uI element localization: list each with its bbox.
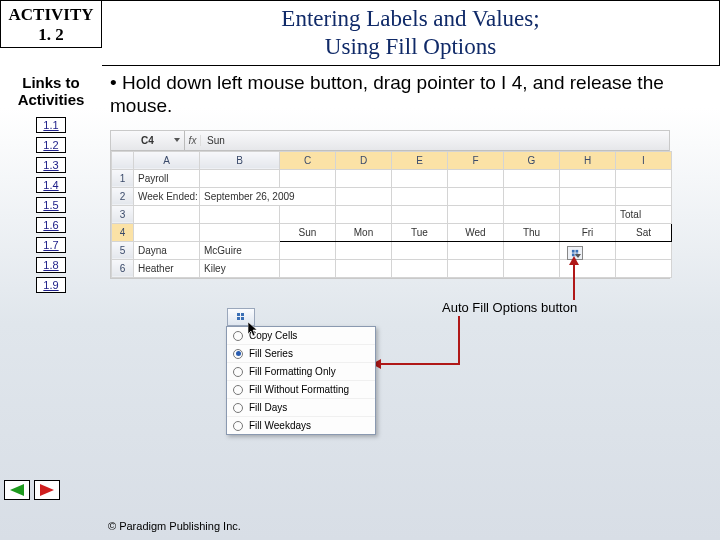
rowhdr-1[interactable]: 1 bbox=[112, 169, 134, 187]
cell-A5[interactable]: Dayna bbox=[134, 241, 200, 259]
menu-label: Fill Formatting Only bbox=[249, 366, 336, 377]
radio-icon bbox=[233, 331, 243, 341]
autofill-menu: Copy Cells Fill Series Fill Formatting O… bbox=[226, 326, 376, 435]
row-6: 6 Heather Kiley bbox=[112, 259, 672, 277]
name-box[interactable]: C4 bbox=[111, 131, 185, 150]
menu-fill-series[interactable]: Fill Series bbox=[227, 344, 375, 362]
cell-C4[interactable]: Sun bbox=[280, 223, 336, 241]
cell-A1[interactable]: Payroll bbox=[134, 169, 200, 187]
cell-D4[interactable]: Mon bbox=[336, 223, 392, 241]
next-slide-button[interactable] bbox=[34, 480, 60, 500]
menu-label: Fill Without Formatting bbox=[249, 384, 349, 395]
cell-I3[interactable]: Total bbox=[616, 205, 672, 223]
rowhdr-5[interactable]: 5 bbox=[112, 241, 134, 259]
prev-slide-button[interactable] bbox=[4, 480, 30, 500]
menu-fill-weekdays[interactable]: Fill Weekdays bbox=[227, 416, 375, 434]
title-line2: Using Fill Options bbox=[102, 33, 719, 61]
arrow-to-menu bbox=[380, 363, 460, 365]
cell-B5[interactable]: McGuire bbox=[200, 241, 280, 259]
col-I[interactable]: I bbox=[616, 151, 672, 169]
corner-cell[interactable] bbox=[112, 151, 134, 169]
rowhdr-2[interactable]: 2 bbox=[112, 187, 134, 205]
cell-E4[interactable]: Tue bbox=[392, 223, 448, 241]
radio-icon bbox=[233, 367, 243, 377]
link-1-3[interactable]: 1.3 bbox=[36, 157, 66, 173]
link-1-4[interactable]: 1.4 bbox=[36, 177, 66, 193]
menu-fill-formatting-only[interactable]: Fill Formatting Only bbox=[227, 362, 375, 380]
autofill-menu-tag-icon[interactable] bbox=[227, 308, 255, 326]
arrow-to-tag-head bbox=[569, 256, 579, 265]
excel-screenshot: C4 fx Sun A B C D bbox=[110, 130, 670, 279]
svg-rect-6 bbox=[237, 317, 240, 320]
cell-A2[interactable]: Week Ended: bbox=[134, 187, 200, 205]
col-B[interactable]: B bbox=[200, 151, 280, 169]
cell-G4[interactable]: Thu bbox=[504, 223, 560, 241]
menu-copy-cells[interactable]: Copy Cells bbox=[227, 327, 375, 344]
link-1-1[interactable]: 1.1 bbox=[36, 117, 66, 133]
content: • Hold down left mouse button, drag poin… bbox=[102, 66, 720, 297]
cell-F4[interactable]: Wed bbox=[448, 223, 504, 241]
radio-icon bbox=[233, 403, 243, 413]
link-1-6[interactable]: 1.6 bbox=[36, 217, 66, 233]
cell-A6[interactable]: Heather bbox=[134, 259, 200, 277]
menu-label: Fill Days bbox=[249, 402, 287, 413]
row-1: 1 Payroll bbox=[112, 169, 672, 187]
menu-label: Copy Cells bbox=[249, 330, 297, 341]
header: ACTIVITY 1. 2 Entering Labels and Values… bbox=[0, 0, 720, 66]
row-2: 2 Week Ended: September 26, 2009 bbox=[112, 187, 672, 205]
cell-B2[interactable]: September 26, 2009 bbox=[200, 187, 336, 205]
name-bar: C4 fx Sun bbox=[111, 131, 669, 151]
col-E[interactable]: E bbox=[392, 151, 448, 169]
rowhdr-4[interactable]: 4 bbox=[112, 223, 134, 241]
col-D[interactable]: D bbox=[336, 151, 392, 169]
slide: ACTIVITY 1. 2 Entering Labels and Values… bbox=[0, 0, 720, 540]
sidebar-heading: Links to Activities bbox=[4, 74, 98, 109]
row-5: 5 Dayna McGuire bbox=[112, 241, 672, 259]
row-4: 4 Sun Mon Tue Wed Thu Fri Sat bbox=[112, 223, 672, 241]
link-1-5[interactable]: 1.5 bbox=[36, 197, 66, 213]
col-A[interactable]: A bbox=[134, 151, 200, 169]
svg-rect-7 bbox=[241, 317, 244, 320]
svg-marker-10 bbox=[40, 484, 54, 496]
fx-icon[interactable]: fx bbox=[185, 135, 201, 146]
spreadsheet: A B C D E F G H I 1 Payroll bbox=[111, 151, 672, 278]
sidebar: Links to Activities 1.1 1.2 1.3 1.4 1.5 … bbox=[0, 66, 102, 297]
menu-label: Fill Series bbox=[249, 348, 293, 359]
autofill-label: Auto Fill Options button bbox=[442, 300, 577, 315]
rowhdr-3[interactable]: 3 bbox=[112, 205, 134, 223]
menu-fill-days[interactable]: Fill Days bbox=[227, 398, 375, 416]
arrow-to-tag bbox=[573, 264, 575, 300]
svg-marker-9 bbox=[10, 484, 24, 496]
link-1-8[interactable]: 1.8 bbox=[36, 257, 66, 273]
link-1-2[interactable]: 1.2 bbox=[36, 137, 66, 153]
slide-nav bbox=[4, 480, 60, 500]
cell-B6[interactable]: Kiley bbox=[200, 259, 280, 277]
col-F[interactable]: F bbox=[448, 151, 504, 169]
cell-B1[interactable] bbox=[200, 169, 280, 187]
col-C[interactable]: C bbox=[280, 151, 336, 169]
slide-title: Entering Labels and Values; Using Fill O… bbox=[102, 0, 720, 66]
body: Links to Activities 1.1 1.2 1.3 1.4 1.5 … bbox=[0, 66, 720, 297]
svg-rect-1 bbox=[575, 249, 578, 252]
cell-H4[interactable]: Fri bbox=[560, 223, 616, 241]
activity-label: ACTIVITY bbox=[1, 5, 101, 25]
title-line1: Entering Labels and Values; bbox=[102, 5, 719, 33]
col-H[interactable]: H bbox=[560, 151, 616, 169]
instruction-bullet: • Hold down left mouse button, drag poin… bbox=[110, 72, 706, 118]
radio-icon bbox=[233, 349, 243, 359]
svg-rect-5 bbox=[241, 313, 244, 316]
col-G[interactable]: G bbox=[504, 151, 560, 169]
rowhdr-6[interactable]: 6 bbox=[112, 259, 134, 277]
row-3: 3 Total bbox=[112, 205, 672, 223]
radio-icon bbox=[233, 385, 243, 395]
col-header-row: A B C D E F G H I bbox=[112, 151, 672, 169]
radio-icon bbox=[233, 421, 243, 431]
copyright: © Paradigm Publishing Inc. bbox=[108, 520, 241, 532]
arrow-to-menu-v bbox=[458, 316, 460, 365]
activity-chip: ACTIVITY 1. 2 bbox=[0, 0, 102, 48]
cell-I4[interactable]: Sat bbox=[616, 223, 672, 241]
link-1-9[interactable]: 1.9 bbox=[36, 277, 66, 293]
formula-bar[interactable]: Sun bbox=[201, 135, 225, 146]
menu-fill-without-formatting[interactable]: Fill Without Formatting bbox=[227, 380, 375, 398]
link-1-7[interactable]: 1.7 bbox=[36, 237, 66, 253]
